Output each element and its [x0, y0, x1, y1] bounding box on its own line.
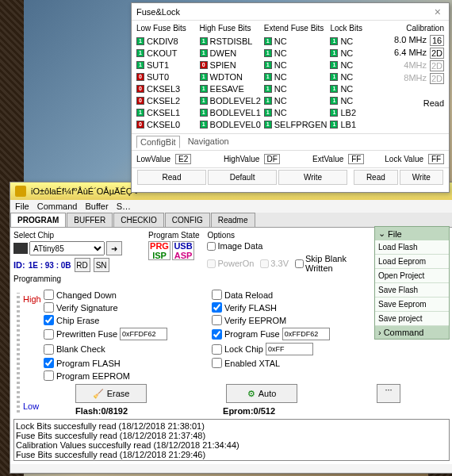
- fuse-bit-row[interactable]: 1NC: [264, 83, 328, 94]
- fuse-bit-row[interactable]: 1NC: [330, 47, 390, 59]
- fuse-bit-row[interactable]: 1BODLEVEL0: [200, 118, 261, 130]
- fuse-bit-value[interactable]: 1: [200, 37, 208, 45]
- lockvalue-input[interactable]: FF: [428, 154, 444, 164]
- fuse-bit-row[interactable]: 1NC: [330, 71, 390, 83]
- usb-asp-icon[interactable]: USBASP: [172, 241, 194, 260]
- menu-command[interactable]: Command: [37, 202, 78, 211]
- fuse-bit-value[interactable]: 1: [264, 97, 272, 105]
- hex-input[interactable]: [266, 343, 313, 355]
- tab-buffer[interactable]: BUFFER: [67, 213, 113, 227]
- side-panel-item[interactable]: Save Flash: [375, 283, 449, 298]
- option-checkbox[interactable]: [44, 290, 54, 300]
- fuse-bit-value[interactable]: 1: [264, 73, 272, 81]
- fuse-bit-row[interactable]: 1WDTON: [200, 71, 261, 83]
- fuse-bit-value[interactable]: 1: [330, 73, 338, 81]
- rd-button[interactable]: RD: [75, 258, 90, 272]
- fuse-bit-row[interactable]: 0CKSEL2: [136, 94, 197, 106]
- fuse-bit-row[interactable]: 1NC: [264, 71, 328, 83]
- tab-navigation[interactable]: Navigation: [185, 136, 232, 148]
- option-checkbox-row[interactable]: Blank Check: [44, 343, 202, 355]
- fuse-bit-value[interactable]: 1: [136, 109, 144, 117]
- chip-select[interactable]: ATtiny85: [29, 241, 105, 255]
- menu-file[interactable]: File: [15, 202, 29, 211]
- side-panel-item[interactable]: Load Flash: [375, 240, 449, 255]
- extvalue-input[interactable]: FF: [348, 154, 364, 164]
- fuse-default-button[interactable]: Default: [208, 170, 277, 185]
- option-checkbox-row[interactable]: Enabled XTAL: [212, 358, 370, 368]
- fuse-bit-row[interactable]: 1NC: [264, 35, 328, 47]
- close-icon[interactable]: ×: [431, 6, 444, 18]
- option-checkbox[interactable]: [212, 358, 222, 368]
- fuse-bit-row[interactable]: 1EESAVE: [200, 83, 261, 94]
- image-data-checkbox[interactable]: Image Data: [207, 241, 262, 251]
- fuse-bit-row[interactable]: 0CKSEL3: [136, 83, 197, 94]
- hex-input[interactable]: [120, 328, 167, 340]
- side-panel-item[interactable]: Save project: [375, 312, 449, 326]
- fuse-bit-row[interactable]: 0CKSEL0: [136, 118, 197, 130]
- fuse-bit-value[interactable]: 1: [136, 61, 144, 69]
- tab-configbit[interactable]: ConfigBit: [136, 136, 180, 148]
- option-checkbox-row[interactable]: Data Reload: [212, 290, 370, 300]
- fuse-bit-value[interactable]: 1: [330, 37, 338, 45]
- fuse-bit-value[interactable]: 1: [264, 49, 272, 57]
- option-checkbox[interactable]: [212, 290, 222, 300]
- tab-checkio[interactable]: CHECKIO: [113, 213, 164, 227]
- fuse-bit-row[interactable]: 1BODLEVEL1: [200, 106, 261, 118]
- calib-read-button[interactable]: Read: [393, 98, 444, 108]
- fuse-bit-value[interactable]: 1: [330, 121, 338, 129]
- fuse-bit-row[interactable]: 0SPIEN: [200, 59, 261, 71]
- option-checkbox-row[interactable]: Program FLASH: [44, 358, 202, 368]
- fuse-bit-value[interactable]: 1: [136, 37, 144, 45]
- fuse-bit-row[interactable]: 1BODLEVEL2: [200, 94, 261, 106]
- lock-write-button[interactable]: Write: [400, 170, 443, 185]
- fuse-bit-row[interactable]: 1SUT1: [136, 59, 197, 71]
- option-checkbox-row[interactable]: Chip Erase: [44, 315, 202, 325]
- option-checkbox-row[interactable]: Verify FLASH: [212, 302, 370, 313]
- tab-program[interactable]: PROGRAM: [10, 213, 66, 227]
- fuse-bit-value[interactable]: 1: [330, 61, 338, 69]
- option-checkbox[interactable]: [212, 302, 222, 313]
- side-command-header[interactable]: ›Command: [375, 326, 449, 339]
- fuse-bit-value[interactable]: 0: [136, 97, 144, 105]
- fuse-bit-value[interactable]: 0: [136, 85, 144, 93]
- prg-isp-icon[interactable]: PRGISP: [148, 241, 170, 260]
- fuse-bit-value[interactable]: 1: [330, 85, 338, 93]
- option-checkbox-row[interactable]: Prewritten Fuse: [44, 328, 202, 340]
- lock-read-button[interactable]: Read: [354, 170, 397, 185]
- log-area[interactable]: Lock Bits succesfully read (18/12/2018 2…: [13, 419, 450, 461]
- fuse-read-button[interactable]: Read: [137, 170, 206, 185]
- fuse-write-button[interactable]: Write: [278, 170, 347, 185]
- fuse-bit-value[interactable]: 1: [264, 109, 272, 117]
- fuse-bit-value[interactable]: 1: [200, 85, 208, 93]
- menu-more[interactable]: S…: [117, 202, 131, 211]
- fuse-bit-value[interactable]: 0: [200, 61, 208, 69]
- option-checkbox[interactable]: [44, 344, 54, 355]
- sn-button[interactable]: SN: [94, 258, 109, 272]
- option-checkbox[interactable]: [44, 302, 54, 313]
- option-checkbox-row[interactable]: Program EEPROM: [44, 370, 202, 381]
- chip-find-button[interactable]: ➜: [106, 241, 122, 255]
- 3v3-checkbox[interactable]: 3.3V: [260, 254, 289, 273]
- fuse-bit-row[interactable]: 1CKSEL1: [136, 106, 197, 118]
- fuse-bit-value[interactable]: 0: [136, 73, 144, 81]
- fuse-bit-row[interactable]: 1LB1: [330, 118, 390, 130]
- side-panel-item[interactable]: Save Eeprom: [375, 298, 449, 312]
- option-checkbox-row[interactable]: Verify EEPROM: [212, 315, 370, 325]
- side-panel-item[interactable]: Load Eeprom: [375, 255, 449, 269]
- option-checkbox-row[interactable]: Changed Down: [44, 290, 202, 300]
- option-checkbox[interactable]: [212, 315, 222, 325]
- fuse-bit-row[interactable]: 1NC: [264, 47, 328, 59]
- option-checkbox[interactable]: [212, 344, 222, 355]
- fuse-bit-row[interactable]: 1NC: [264, 59, 328, 71]
- fuse-bit-row[interactable]: 1SELFPRGEN: [264, 118, 328, 130]
- fuse-bit-row[interactable]: 1NC: [330, 59, 390, 71]
- fuse-bit-value[interactable]: 1: [330, 109, 338, 117]
- tab-readme[interactable]: Readme: [211, 213, 255, 227]
- option-checkbox[interactable]: [44, 315, 54, 325]
- more-button[interactable]: ···: [377, 384, 400, 403]
- menu-buffer[interactable]: Buffer: [85, 202, 108, 211]
- fuse-bit-row[interactable]: 1DWEN: [200, 47, 261, 59]
- erase-button[interactable]: 🧹Erase: [75, 384, 147, 403]
- fuse-bit-value[interactable]: 1: [264, 37, 272, 45]
- auto-button[interactable]: ⚙Auto: [226, 384, 297, 403]
